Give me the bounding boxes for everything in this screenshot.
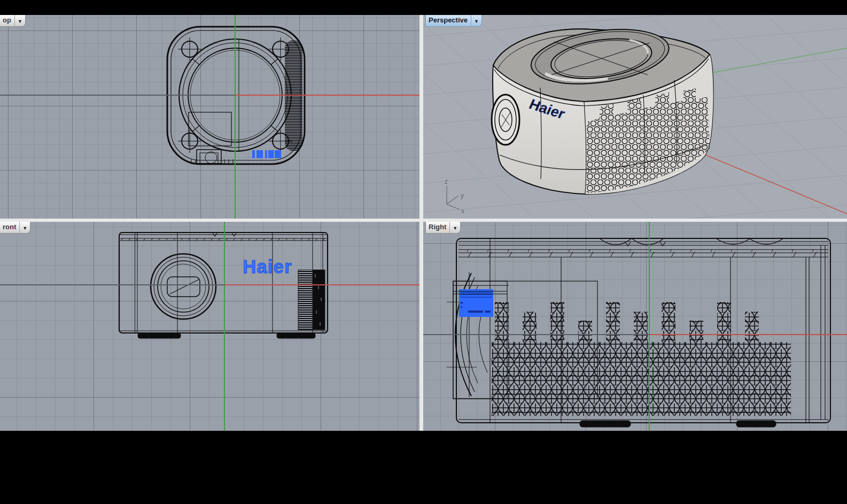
viewport-tab-perspective[interactable]: Perspective ▼ [425,15,482,27]
x-axis-line [224,284,419,285]
right-foot-left [580,421,631,427]
viewport-menu-arrow-icon[interactable]: ▼ [471,15,481,26]
bottom-black-bar [0,431,847,504]
front-foot-right [277,333,315,338]
gizmo-z-label: z [445,178,448,185]
right-view-perforations [492,302,791,416]
front-foot-left [138,333,181,338]
rhino-window: op ▼ [0,0,847,504]
viewport-grid: op ▼ [0,15,847,431]
viewport-tab-front[interactable]: ront ▼ [0,222,30,234]
brand-logo-text: Haier [243,256,292,277]
viewport-tab-right-label: Right [426,222,449,233]
axis-gizmo: z y x [445,178,464,215]
perspective-lens [492,95,519,145]
top-black-bar [0,0,847,15]
model-top-view[interactable] [0,15,419,219]
z-axis-line [224,222,225,431]
y-axis-line [649,334,847,335]
y-axis-line [235,15,236,219]
y-axis-negative-line [423,334,649,335]
front-view-grille [298,270,325,330]
y-axis-line [701,48,847,75]
viewport-menu-arrow-icon[interactable]: ▼ [19,222,30,233]
x-axis-negative-line [0,284,224,285]
viewport-menu-arrow-icon[interactable]: ▼ [449,222,460,233]
x-axis-negative-line [0,95,235,96]
top-view-logo-marks [252,150,281,158]
x-axis-line [235,95,419,96]
viewport-top[interactable]: op ▼ [0,15,419,219]
viewport-tab-front-label: ront [0,222,19,233]
viewport-tab-right[interactable]: Right ▼ [425,222,461,234]
viewport-menu-arrow-icon[interactable]: ▼ [14,15,25,26]
viewport-tab-top[interactable]: op ▼ [0,15,26,27]
model-perspective-view[interactable]: Haier z y x [423,15,847,219]
viewport-right[interactable]: Right ▼ [423,222,847,431]
viewport-tab-perspective-label: Perspective [426,15,471,26]
x-axis-line [690,149,847,214]
model-right-view[interactable] [423,222,847,431]
gizmo-y-label: y [461,192,464,199]
viewport-perspective[interactable]: Haier z y x Perspective ▼ [423,15,847,219]
model-front-view[interactable]: Haier [0,222,419,431]
z-axis-line [649,222,650,431]
viewport-front[interactable]: Haier ront ▼ [0,222,419,431]
gizmo-x-label: x [461,207,464,215]
viewport-tab-top-label: op [0,15,14,26]
perspective-model[interactable]: Haier [492,21,713,194]
right-foot-right [736,421,776,427]
